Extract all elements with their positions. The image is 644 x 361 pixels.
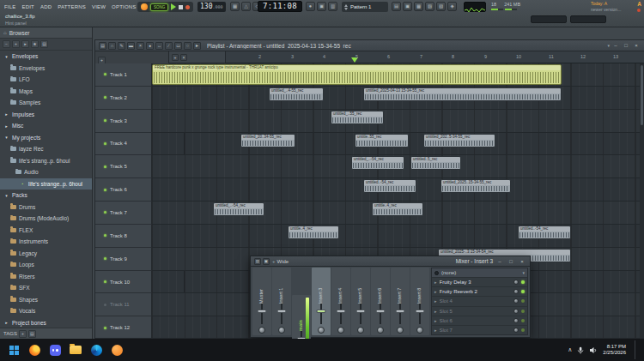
menu-item[interactable]: EDIT xyxy=(21,4,33,9)
audio-clip[interactable]: untitle..4_rec xyxy=(372,202,423,216)
browser-item[interactable]: FLEX xyxy=(0,225,92,237)
track-lane[interactable]: untitled..-54_rec untitled_2025..15-34-5… xyxy=(152,178,644,202)
track-header[interactable]: Track 2 xyxy=(95,87,152,110)
slot-enable-led[interactable] xyxy=(521,319,525,322)
clear-icon[interactable] xyxy=(180,54,187,61)
smart-disable-icon[interactable]: ▨ xyxy=(436,2,446,11)
mixer-view-selector[interactable]: Wide xyxy=(272,259,289,264)
browser-menu-icon[interactable]: ▤ xyxy=(40,40,48,48)
delete-tool-icon[interactable]: × xyxy=(137,42,144,50)
fl-studio-taskbar-button[interactable] xyxy=(106,340,127,359)
track-header[interactable]: Track 4 xyxy=(95,133,152,156)
browser-home-icon[interactable] xyxy=(3,30,7,35)
track-lane[interactable]: untitle..4_rec untitled..-54_rec xyxy=(152,225,644,248)
browser-item[interactable]: Loops xyxy=(0,259,92,271)
track-header[interactable]: Track 5 xyxy=(95,155,152,178)
track-enable-led[interactable] xyxy=(104,211,106,214)
browser-item[interactable]: Misc xyxy=(0,120,92,132)
song-mode-toggle[interactable]: SONG xyxy=(150,3,168,11)
slot-mix-knob[interactable] xyxy=(513,289,519,294)
slot-enable-led[interactable] xyxy=(521,280,525,284)
track-enable-led[interactable] xyxy=(104,165,106,168)
audio-clip[interactable]: untitled_..55_rec xyxy=(331,111,384,124)
tempo-display[interactable]: 130.000 xyxy=(197,2,226,12)
mixer-strip[interactable]: Master xyxy=(252,268,271,335)
tools-menu-icon[interactable]: ◈ xyxy=(447,2,457,11)
fader-handle[interactable] xyxy=(317,310,326,313)
menu-item[interactable]: FILE xyxy=(4,4,15,9)
mixer-strip[interactable]: Insert 3 xyxy=(312,268,331,335)
mixer-strip[interactable]: Insert 5 xyxy=(351,268,370,335)
typing-keyboard-icon[interactable]: ▦ xyxy=(230,2,240,11)
discord-taskbar-button[interactable] xyxy=(45,340,65,359)
slot-mix-knob[interactable] xyxy=(513,328,519,333)
mixer-strip[interactable]: Insert 1 xyxy=(272,268,291,335)
audio-clip[interactable]: untitle..55_rec xyxy=(355,134,409,147)
track-enable-led[interactable] xyxy=(104,234,106,237)
browser-item[interactable]: Packs xyxy=(0,190,92,202)
audio-clip[interactable]: untitled_20..34-55_rec xyxy=(240,134,295,147)
mixer-strip[interactable]: Insert 6 xyxy=(371,268,390,335)
time-display[interactable]: 7:11:08 xyxy=(258,1,302,12)
track-header[interactable]: Track 6 xyxy=(95,178,152,202)
pan-knob[interactable] xyxy=(278,327,285,334)
fader-handle[interactable] xyxy=(376,310,386,313)
slot-mix-knob[interactable] xyxy=(513,318,519,323)
playback-tool-icon[interactable]: ► xyxy=(193,42,201,50)
browser-item[interactable]: iayze Rec xyxy=(0,143,92,155)
mixer-close-button[interactable] xyxy=(518,259,526,264)
favorites-star-icon[interactable]: ★ xyxy=(31,40,39,48)
snap-icon[interactable]: ▤ xyxy=(392,2,401,11)
audio-clip[interactable]: untitled_..-54_rec xyxy=(351,156,404,170)
pan-knob[interactable] xyxy=(258,327,265,334)
slot-selector-row[interactable]: (none) xyxy=(432,268,527,278)
browser-item[interactable]: Project bones xyxy=(0,317,92,328)
pattern-spinner[interactable] xyxy=(344,4,348,10)
mixer-strip[interactable]: Insert 7 xyxy=(391,268,410,335)
menu-item[interactable]: OPTIONS xyxy=(112,4,136,9)
fader-handle[interactable] xyxy=(396,310,405,313)
track-enable-led[interactable] xyxy=(104,304,106,306)
effect-slot[interactable]: Slot 7 xyxy=(432,326,527,335)
browser-item[interactable]: life's strange..p. 6houl xyxy=(0,178,92,190)
track-lane[interactable]: untitled_..4-55_rec untitled_2025-04-13 … xyxy=(152,87,644,110)
browser-item[interactable]: SFX xyxy=(0,282,92,294)
effect-slot[interactable]: Fruity Reeverb 2 xyxy=(432,287,527,297)
mute-tool-icon[interactable]: ● xyxy=(146,42,154,50)
playlist-titlebar[interactable]: ▤∩✎▬×●↔∕▭○► Playlist - Arrangement - unt… xyxy=(95,40,644,51)
fader-handle[interactable] xyxy=(337,310,346,313)
browser-item[interactable]: Legacy xyxy=(0,248,92,260)
track-enable-led[interactable] xyxy=(104,189,106,191)
fader-handle[interactable] xyxy=(258,310,267,313)
scrollbar-thumb[interactable] xyxy=(641,65,643,125)
slip-tool-icon[interactable]: ↔ xyxy=(155,42,163,50)
fader-handle[interactable] xyxy=(416,310,425,313)
expand-all-icon[interactable]: + xyxy=(12,40,20,48)
mixer-minimize-button[interactable] xyxy=(495,259,504,264)
draw-tool-icon[interactable]: ✎ xyxy=(118,42,125,50)
audio-clip[interactable]: untitled..-54_rec xyxy=(363,179,416,193)
track-header[interactable]: Track 8 xyxy=(95,225,152,248)
slot-enable-led[interactable] xyxy=(521,290,525,293)
slice-tool-icon[interactable]: ∕ xyxy=(165,42,173,50)
pan-knob[interactable] xyxy=(397,327,404,334)
paint-tool-icon[interactable]: ▬ xyxy=(127,42,135,50)
collapse-all-icon[interactable]: − xyxy=(3,40,10,48)
microphone-icon[interactable] xyxy=(577,346,584,354)
track-enable-led[interactable] xyxy=(104,280,106,283)
pan-knob[interactable] xyxy=(377,327,384,334)
effect-slot[interactable]: Fruity Delay 3 xyxy=(432,278,527,287)
track-enable-led[interactable] xyxy=(104,96,106,99)
audio-clip[interactable]: FREE hardcore punk x grunge rock type in… xyxy=(152,64,562,85)
oscilloscope[interactable] xyxy=(464,2,486,12)
track-enable-led[interactable] xyxy=(104,142,106,145)
browser-item[interactable]: Envelopes xyxy=(0,63,92,75)
menu-item[interactable]: ADD xyxy=(40,4,52,9)
effect-slot[interactable]: Slot 6 xyxy=(432,316,527,326)
menu-item[interactable]: VIEW xyxy=(92,4,106,9)
track-lane[interactable]: untitled_..-54_rec untitle..4_rec xyxy=(152,202,644,225)
audio-clip[interactable]: untitled_..-54_rec xyxy=(213,202,264,216)
slot-enable-led[interactable] xyxy=(521,310,525,313)
update-notice[interactable]: Today: A newer version... xyxy=(591,1,637,12)
browser-view-icon[interactable]: ▸ xyxy=(21,40,29,48)
